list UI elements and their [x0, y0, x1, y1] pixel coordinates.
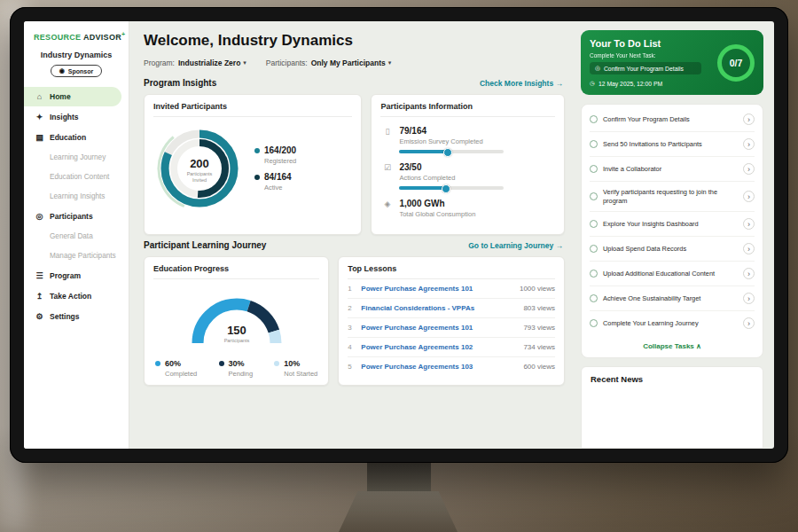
todo-progress-value: 0/7 — [730, 58, 743, 68]
sponsor-icon: ◉ — [59, 67, 65, 74]
sidebar-item-label: General Data — [50, 232, 93, 240]
link-label: Go to Learning Journey — [468, 241, 553, 250]
sidebar-item-settings[interactable]: ⚙ Settings — [24, 307, 121, 326]
gauge-center-label: Participants — [223, 338, 249, 343]
lesson-title-link[interactable]: Power Purchase Agreements 103 — [361, 363, 523, 371]
todo-item[interactable]: Confirm Your Program Details › — [590, 107, 755, 132]
checkbox-icon[interactable] — [590, 115, 598, 123]
checkbox-icon[interactable] — [590, 165, 598, 173]
sidebar-item-insights[interactable]: ✦ Insights — [24, 107, 121, 127]
sidebar-item-label: Program — [50, 271, 81, 280]
registered-value: 164/200 — [264, 145, 296, 155]
todo-list: Confirm Your Program Details › Send 50 I… — [581, 104, 763, 358]
todo-item[interactable]: Explore Your Insights Dashboard › — [590, 212, 755, 237]
todo-item[interactable]: Send 50 Invitations to Participants › — [590, 132, 755, 157]
sidebar-item-general-data[interactable]: General Data — [24, 227, 121, 246]
checkbox-icon[interactable] — [590, 140, 598, 148]
card-title: Top Lessons — [348, 264, 555, 279]
donut-center-label: Participants — [187, 171, 213, 176]
arrow-right-icon: → — [556, 241, 564, 250]
lesson-title-link[interactable]: Power Purchase Agreements 101 — [361, 285, 520, 293]
donut-legend: 164/200 Registered 84/164 Active — [254, 138, 296, 199]
due-date: ◷ 12 May 2025, 12:00 PM — [590, 80, 755, 87]
sidebar-item-manage-participants[interactable]: Manage Participants — [24, 246, 121, 265]
monitor-stand-neck — [367, 459, 431, 495]
sidebar-item-home[interactable]: ⌂ Home — [24, 87, 121, 106]
stat-value: 79/164 — [399, 126, 504, 136]
lesson-title-link[interactable]: Power Purchase Agreements 102 — [361, 343, 523, 351]
chevron-right-icon[interactable]: › — [743, 138, 755, 150]
todo-panel: Your To Do List Complete Your Next Task:… — [575, 21, 774, 449]
chevron-right-icon[interactable]: › — [743, 293, 755, 304]
lesson-rank: 2 — [348, 304, 361, 312]
todo-item[interactable]: Upload Additional Educational Content › — [590, 262, 755, 286]
location-pin-icon: ◈ — [382, 199, 392, 218]
monitor-bezel: RESOURCE ADVISOR+ Industry Dynamics ◉ Sp… — [10, 7, 788, 463]
stat-global-consumption: ◈ 1,000 GWh Total Global Consumption — [382, 199, 553, 218]
checkbox-icon[interactable] — [590, 220, 598, 228]
program-dropdown[interactable]: Program: Industrialize Zero ▾ — [144, 59, 246, 67]
chevron-right-icon[interactable]: › — [743, 268, 755, 279]
resource-advisor-logo: RESOURCE ADVISOR+ — [24, 28, 129, 44]
lesson-row: 2 Financial Considerations - VPPAs 803 v… — [348, 299, 555, 318]
chevron-down-icon: ▾ — [243, 59, 246, 66]
recent-news-header: Recent News — [581, 366, 763, 449]
card-title: Participants Information — [380, 102, 555, 117]
sidebar-item-label: Insights — [50, 113, 79, 121]
sponsor-label: Sponsor — [68, 68, 93, 74]
checkbox-icon[interactable] — [590, 270, 598, 278]
monitor-stand-base — [339, 491, 458, 532]
checkbox-icon[interactable] — [590, 192, 598, 200]
sponsor-badge[interactable]: ◉ Sponsor — [51, 65, 103, 77]
participants-label: Participants: — [266, 59, 308, 67]
registered-label: Registered — [264, 157, 296, 165]
legend-not-started: 10% Not Started — [274, 359, 317, 378]
home-icon: ⌂ — [35, 92, 44, 101]
stat-label: Actions Completed — [399, 174, 504, 182]
stat-emission-survey: ▯ 79/164 Emission Survey Completed — [382, 126, 553, 153]
next-task-chip[interactable]: ◎ Confirm Your Program Details — [590, 62, 701, 74]
desk-background: RESOURCE ADVISOR+ Industry Dynamics ◉ Sp… — [0, 0, 798, 532]
todo-item[interactable]: Verify participants requesting to join t… — [590, 182, 755, 212]
lesson-row: 3 Power Purchase Agreements 101 793 view… — [348, 318, 555, 338]
chevron-right-icon[interactable]: › — [743, 243, 755, 254]
lesson-title-link[interactable]: Financial Considerations - VPPAs — [361, 304, 523, 312]
sidebar-item-take-action[interactable]: ↥ Take Action — [24, 286, 121, 306]
legend-completed: 60% Completed — [155, 359, 197, 378]
filter-bar: Program: Industrialize Zero ▾ Participan… — [144, 59, 565, 67]
active-dot-icon — [254, 175, 260, 180]
chevron-right-icon[interactable]: › — [743, 317, 755, 329]
sidebar-item-learning-journey[interactable]: Learning Journey — [24, 148, 121, 167]
lesson-views: 600 views — [523, 363, 555, 371]
dashboard-screen: RESOURCE ADVISOR+ Industry Dynamics ◉ Sp… — [24, 21, 774, 449]
sidebar-item-program[interactable]: ☰ Program — [24, 266, 121, 286]
invited-participants-card: Invited Participants 200 Participants I — [144, 94, 362, 235]
settings-icon: ⚙ — [35, 312, 44, 321]
collapse-tasks-link[interactable]: Collapse Tasks ∧ — [590, 335, 755, 357]
link-label: Check More Insights — [480, 79, 553, 88]
checkbox-icon[interactable] — [590, 319, 598, 327]
check-more-insights-link[interactable]: Check More Insights → — [480, 79, 563, 88]
todo-item[interactable]: Complete Your Learning Journey › — [590, 311, 755, 335]
todo-item[interactable]: Invite a Collaborator › — [590, 157, 755, 182]
chevron-right-icon[interactable]: › — [743, 163, 755, 175]
completed-dot-icon — [155, 361, 160, 366]
chevron-right-icon[interactable]: › — [743, 191, 755, 202]
program-value: Industrialize Zero — [178, 59, 240, 67]
todo-item[interactable]: Upload Spend Data Records › — [590, 237, 755, 262]
chevron-right-icon[interactable]: › — [743, 113, 755, 125]
sidebar-item-education[interactable]: ▤ Education — [24, 128, 121, 147]
actions-icon: ☑ — [382, 162, 392, 190]
todo-item[interactable]: Achieve One Sustainability Target › — [590, 286, 755, 311]
lesson-title-link[interactable]: Power Purchase Agreements 101 — [361, 324, 523, 332]
legend-registered: 164/200 Registered — [254, 145, 296, 165]
sidebar-item-participants[interactable]: ◎ Participants — [24, 207, 121, 226]
chevron-right-icon[interactable]: › — [743, 218, 755, 230]
participants-dropdown[interactable]: Participants: Only My Participants ▾ — [266, 59, 391, 67]
checkbox-icon[interactable] — [590, 294, 598, 302]
checkbox-icon[interactable] — [590, 245, 598, 253]
sidebar-item-learning-insights[interactable]: Learning Insights — [24, 187, 121, 206]
logo-plus: + — [121, 31, 125, 37]
sidebar-item-education-content[interactable]: Education Content — [24, 168, 121, 186]
go-to-learning-journey-link[interactable]: Go to Learning Journey → — [468, 241, 563, 250]
